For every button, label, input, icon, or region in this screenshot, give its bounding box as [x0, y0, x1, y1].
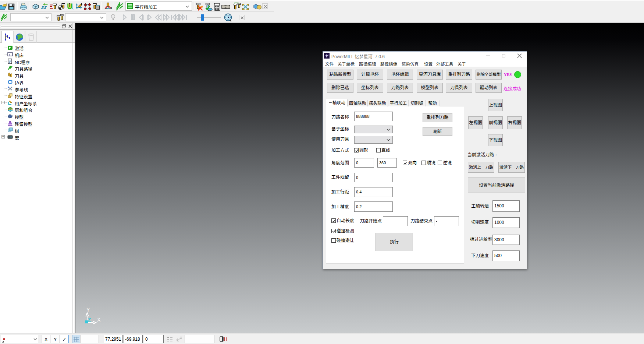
svg-text:Z: Z — [88, 317, 91, 323]
svg-text:Y: Y — [86, 307, 90, 313]
svg-text:X: X — [97, 317, 101, 323]
